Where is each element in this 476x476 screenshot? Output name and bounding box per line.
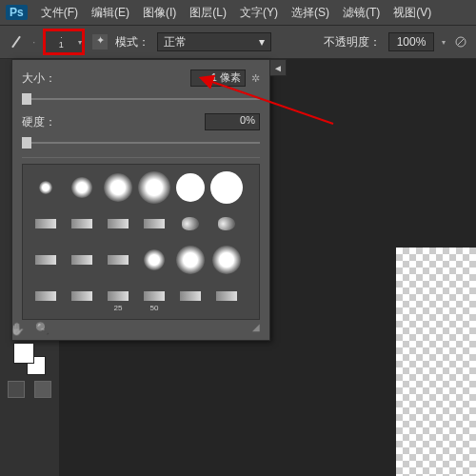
quick-mask-icon[interactable] (8, 381, 25, 398)
blend-mode-value: 正常 (164, 34, 187, 50)
divider (22, 157, 260, 158)
preset-size-label: 50 (137, 304, 171, 312)
brush-size-number: 1 (59, 40, 64, 50)
chevron-down-icon: ▾ (78, 38, 82, 47)
chevron-down-icon[interactable]: ▾ (442, 38, 446, 47)
brush-preset[interactable] (209, 207, 244, 241)
hand-tool-icon[interactable] (9, 320, 26, 337)
size-label: 大小： (22, 70, 79, 87)
transparent-canvas[interactable] (396, 248, 476, 476)
brush-settings-icon[interactable] (92, 34, 108, 50)
brush-preset[interactable] (29, 279, 63, 313)
panel-menu-icon[interactable]: ✲ (251, 72, 260, 85)
brush-preset[interactable] (101, 243, 135, 277)
brush-hardness-input[interactable]: 0% (205, 113, 260, 130)
brush-preset[interactable]: 50 (137, 279, 171, 313)
opacity-label: 不透明度： (324, 34, 381, 50)
brush-preset[interactable] (65, 170, 99, 205)
opacity-input[interactable]: 100% (388, 32, 434, 51)
options-bar: · • 1 ▾ 模式： 正常 ▾ 不透明度： 100% ▾ (0, 25, 476, 59)
brush-preset[interactable] (101, 207, 135, 241)
menu-bar: Ps 文件(F) 编辑(E) 图像(I) 图层(L) 文字(Y) 选择(S) 滤… (0, 0, 476, 25)
opacity-value: 100% (397, 35, 426, 49)
panel-close-button[interactable]: ◄ (269, 59, 287, 76)
brush-presets-grid: 25 50 (22, 164, 260, 320)
brush-preset[interactable]: 25 (101, 279, 135, 313)
brush-preset[interactable] (29, 170, 63, 205)
menu-filter[interactable]: 滤镜(T) (343, 5, 380, 21)
brush-preset[interactable] (173, 207, 208, 241)
brush-preset[interactable] (29, 243, 63, 277)
brush-preset[interactable] (173, 243, 208, 277)
app-logo: Ps (6, 5, 28, 20)
brush-preset[interactable] (29, 207, 63, 241)
brush-preset[interactable] (101, 170, 135, 205)
brush-tool-icon[interactable] (8, 33, 25, 50)
brush-preset-panel: ◄ 大小： 1 像素 ✲ 硬度： 0% (11, 59, 270, 341)
tools-panel-bottom (8, 320, 51, 398)
zoom-tool-icon[interactable] (33, 320, 50, 337)
brush-preset[interactable] (137, 170, 171, 205)
menu-layer[interactable]: 图层(L) (189, 5, 227, 21)
brush-preset[interactable] (65, 279, 99, 313)
brush-preset[interactable] (209, 279, 244, 313)
menu-file[interactable]: 文件(F) (41, 5, 78, 21)
brush-preset[interactable] (65, 207, 99, 241)
brush-hardness-slider[interactable] (22, 136, 260, 149)
color-swatches[interactable] (13, 343, 46, 375)
menu-view[interactable]: 视图(V) (393, 5, 431, 21)
brush-preset[interactable] (65, 243, 99, 277)
brush-preset[interactable] (209, 243, 244, 277)
panel-resize-handle[interactable]: ◢ (22, 320, 260, 332)
blend-mode-select[interactable]: 正常 ▾ (157, 32, 271, 51)
brush-preset-picker[interactable]: • 1 ▾ (43, 29, 85, 55)
screen-mode-icon[interactable] (34, 381, 51, 398)
brush-size-slider[interactable] (22, 92, 260, 106)
slider-thumb[interactable] (22, 93, 31, 105)
brush-preset[interactable] (137, 243, 171, 277)
menu-type[interactable]: 文字(Y) (240, 5, 278, 21)
brush-preset[interactable] (209, 170, 244, 205)
hardness-label: 硬度： (22, 114, 79, 130)
separator-dot: · (32, 35, 35, 49)
brush-preset[interactable] (173, 279, 208, 313)
brush-size-input[interactable]: 1 像素 (190, 69, 246, 87)
chevron-down-icon: ▾ (259, 35, 265, 49)
menu-select[interactable]: 选择(S) (291, 5, 329, 21)
menu-image[interactable]: 图像(I) (143, 5, 176, 21)
preset-size-label: 25 (101, 304, 135, 312)
brush-preset[interactable] (137, 207, 171, 241)
foreground-color-swatch[interactable] (13, 343, 34, 364)
slider-thumb[interactable] (22, 137, 31, 149)
mode-label: 模式： (115, 34, 149, 50)
pressure-opacity-icon[interactable] (453, 34, 468, 50)
brush-preset[interactable] (173, 170, 208, 205)
menu-edit[interactable]: 编辑(E) (91, 5, 129, 21)
